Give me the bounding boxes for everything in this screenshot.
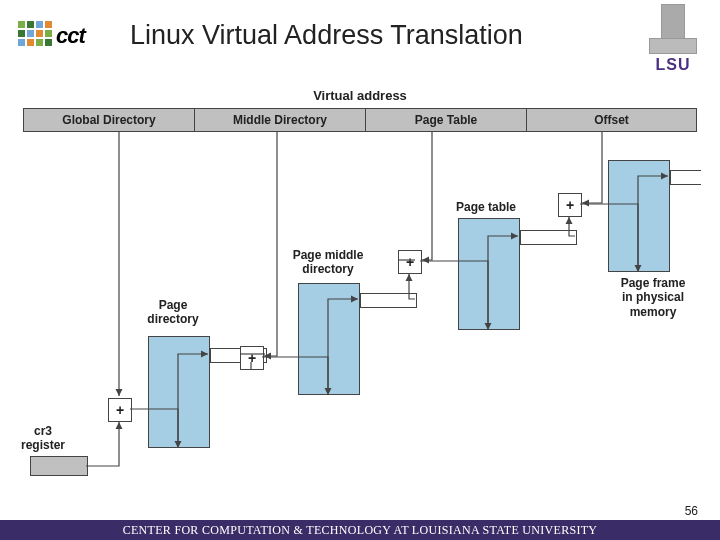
label-page-table: Page table: [451, 200, 521, 214]
plus-mid-plus-pte: +: [398, 250, 422, 274]
va-seg-offset: Offset: [527, 109, 696, 131]
address-translation-diagram: Virtual address Global Directory Middle …: [18, 88, 702, 488]
cct-logo: cct: [18, 15, 118, 55]
slide-header: cct Linux Virtual Address Translation LS…: [0, 0, 720, 80]
label-page-frame: Page frame in physical memory: [608, 276, 698, 319]
page-directory-box: [148, 336, 210, 448]
footer-text: CENTER FOR COMPUTATION & TECHNOLOGY AT L…: [123, 523, 598, 538]
cct-logo-text: cct: [56, 23, 85, 49]
label-page-directory: Page directory: [138, 298, 208, 327]
va-seg-pagetable: Page Table: [366, 109, 527, 131]
page-frame-entry: [670, 170, 701, 185]
plus-cr3-plus-global: +: [108, 398, 132, 422]
page-middle-directory-box: [298, 283, 360, 395]
cr3-register-box: [30, 456, 88, 476]
page-middle-directory-entry: [360, 293, 417, 308]
lsu-logo-text: LSU: [644, 56, 702, 74]
virtual-address-bar: Global Directory Middle Directory Page T…: [23, 108, 697, 132]
page-table-box: [458, 218, 520, 330]
diagram-arrows: [18, 88, 702, 488]
plus-pte-plus-offset: +: [558, 193, 582, 217]
lsu-logo: LSU: [644, 4, 702, 76]
label-page-middle-directory: Page middle directory: [283, 248, 373, 277]
va-seg-global: Global Directory: [24, 109, 195, 131]
va-seg-middle: Middle Directory: [195, 109, 366, 131]
label-cr3: cr3 register: [18, 424, 68, 453]
footer-banner: CENTER FOR COMPUTATION & TECHNOLOGY AT L…: [0, 520, 720, 540]
plus-dir-plus-middle: +: [240, 346, 264, 370]
slide-title: Linux Virtual Address Translation: [130, 20, 523, 51]
page-frame-box: [608, 160, 670, 272]
page-table-entry: [520, 230, 577, 245]
virtual-address-heading: Virtual address: [313, 88, 407, 103]
page-number: 56: [685, 504, 698, 518]
